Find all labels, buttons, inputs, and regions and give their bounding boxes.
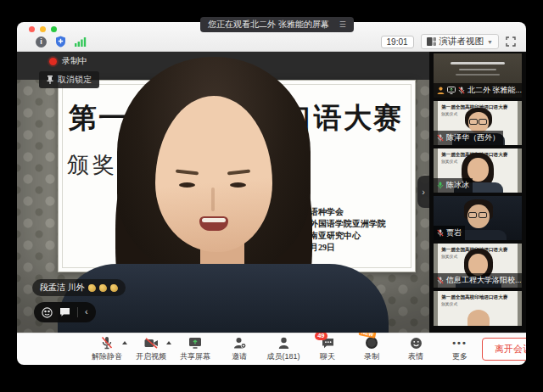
speaker-name-tag: 段孟洁 川外 (32, 279, 126, 296)
view-mode-label: 演讲者视图 (439, 36, 484, 48)
banner-menu-icon[interactable]: ☰ (339, 20, 346, 29)
recording-indicator: 录制中 (49, 55, 87, 67)
participant-thumb[interactable]: 贾岩 (434, 196, 522, 240)
participant-thumb-sharer[interactable]: 北二外 张雅能... (434, 53, 522, 98)
participant-name: 陈冰冰 (446, 180, 469, 191)
invite-person-icon (233, 337, 246, 350)
slide-title: 第一届 地语口语大赛 (69, 99, 403, 137)
camera-off-icon (144, 338, 159, 349)
sidebar-collapse-handle[interactable]: › (417, 176, 429, 208)
mic-muted-icon (458, 87, 465, 94)
mic-muted-icon (101, 336, 113, 350)
participant-thumb[interactable]: 第一届全国高校印地语口语大赛 颁奖仪式 信息工程大学洛阳校... (434, 244, 522, 288)
participant-name: 陈泽华（西外） (446, 132, 500, 143)
unmute-button[interactable]: 解除静音 (85, 336, 129, 362)
record-button[interactable]: NEW 录制 (350, 336, 394, 362)
view-mode-dropdown[interactable]: 演讲者视图 ▼ (421, 34, 499, 49)
smiley-icon[interactable] (42, 307, 53, 318)
more-dots-icon: ••• (452, 340, 467, 345)
invite-button[interactable]: 邀请 (217, 336, 261, 362)
share-screen-icon (188, 337, 202, 349)
participant-thumb-partial[interactable]: 第一届全国高校印地语口语大赛 颁奖仪式 (434, 291, 522, 326)
meeting-window: i 19:01 演讲者视图 ▼ (17, 22, 526, 365)
screen-sharing-banner: 您正在观看北二外 张雅能的屏幕 ☰ (200, 17, 354, 32)
divider (77, 307, 78, 317)
chat-unread-badge: 49 (315, 332, 327, 340)
recording-dot-icon (49, 58, 57, 65)
shield-icon[interactable] (55, 36, 66, 48)
members-icon (278, 337, 289, 350)
mic-muted-icon (437, 277, 444, 284)
close-window-button[interactable] (29, 26, 35, 32)
start-video-button[interactable]: 开启视频 (129, 336, 173, 362)
meeting-timer: 19:01 (381, 36, 414, 48)
chat-button[interactable]: 49 聊天 (305, 336, 350, 362)
presentation-slide: 第一届 地语口语大赛 颁奖仪 办：中国南亚语种学会 办：北京第二外国语学院亚洲学… (58, 80, 416, 272)
clap-emoji (110, 284, 118, 292)
share-screen-button[interactable]: 共享屏幕 (173, 336, 217, 362)
video-options-caret[interactable] (166, 341, 171, 344)
participant-thumb[interactable]: 第一届全国高校印地语口语大赛 颁奖仪式 陈泽华（西外） (434, 101, 522, 145)
shared-screen-stage: 第一届 地语口语大赛 颁奖仪 办：中国南亚语种学会 办：北京第二外国语学院亚洲学… (17, 52, 429, 333)
record-icon (366, 337, 378, 349)
quickbar-collapse-icon[interactable]: ‹ (85, 307, 88, 317)
network-signal-icon[interactable] (75, 37, 87, 47)
meeting-toolbar: 解除静音 开启视频 共享屏幕 (17, 333, 526, 365)
mic-options-caret[interactable] (122, 341, 127, 344)
participants-sidebar: 北二外 张雅能... 第一届全国高校印地语口语大赛 颁奖仪式 (429, 52, 526, 333)
layout-view-icon (427, 37, 436, 46)
pin-icon (47, 76, 53, 84)
emoji-icon (410, 337, 423, 350)
mic-active-icon (437, 182, 444, 189)
cancel-pin-button[interactable]: 取消锁定 (39, 71, 99, 88)
chat-bubble-icon[interactable] (59, 307, 70, 317)
clap-emoji (99, 284, 107, 292)
participant-name: 贾岩 (446, 227, 462, 238)
zoom-window-button[interactable] (51, 26, 57, 32)
leave-meeting-button[interactable]: 离开会议 (482, 338, 526, 361)
members-button[interactable]: 成员(181) (261, 336, 305, 362)
participant-thumb-active[interactable]: 第一届全国高校印地语口语大赛 颁奖仪式 陈冰冰 (434, 148, 522, 193)
mic-muted-icon (437, 134, 444, 142)
host-person-icon (437, 87, 445, 94)
sharing-banner-text: 您正在观看北二外 张雅能的屏幕 (208, 19, 329, 31)
more-button[interactable]: ••• 更多 (438, 336, 482, 362)
fullscreen-icon[interactable] (506, 36, 516, 47)
emoji-button[interactable]: 表情 (394, 336, 438, 362)
screen-share-icon (447, 87, 456, 94)
participant-name: 北二外 张雅能... (467, 85, 522, 96)
slide-date: 2020年12月29日 (259, 242, 386, 254)
reaction-quickbar: ‹ (34, 302, 96, 322)
participant-name: 信息工程大学洛阳校... (446, 275, 522, 286)
traffic-lights (29, 26, 57, 32)
clap-emoji (88, 284, 96, 292)
minimize-window-button[interactable] (40, 26, 46, 32)
chevron-down-icon: ▼ (487, 39, 493, 45)
slide-subtitle: 颁奖仪 (67, 150, 143, 180)
mic-muted-icon (437, 229, 444, 237)
slide-organizers: 办：中国南亚语种学会 办：北京第二外国语学院亚洲学院 持：北京大学南亚研究中心 … (259, 206, 386, 254)
meeting-info-icon[interactable]: i (36, 36, 47, 48)
